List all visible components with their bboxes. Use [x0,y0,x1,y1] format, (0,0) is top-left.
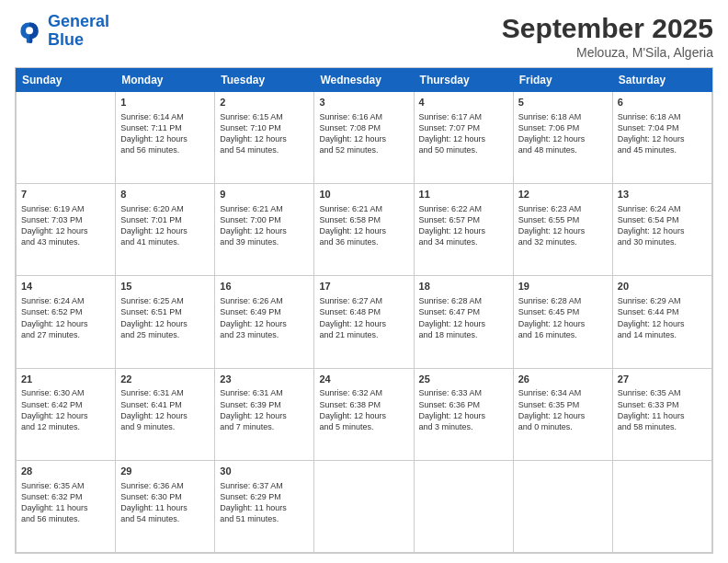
header: General Blue September 2025 Melouza, M'S… [15,13,713,60]
day-number: 18 [419,280,508,293]
day-info: Sunrise: 6:15 AM Sunset: 7:10 PM Dayligh… [220,111,309,156]
cell-week4-day7: 27Sunrise: 6:35 AM Sunset: 6:33 PM Dayli… [612,368,711,460]
day-number: 21 [21,373,110,386]
month-title: September 2025 [502,13,713,43]
th-wednesday: Wednesday [314,69,414,92]
cell-week1-day4: 3Sunrise: 6:16 AM Sunset: 7:08 PM Daylig… [314,92,414,184]
day-info: Sunrise: 6:25 AM Sunset: 6:51 PM Dayligh… [120,295,210,340]
cell-week2-day4: 10Sunrise: 6:21 AM Sunset: 6:58 PM Dayli… [314,184,414,276]
day-info: Sunrise: 6:35 AM Sunset: 6:32 PM Dayligh… [21,480,110,525]
day-info: Sunrise: 6:20 AM Sunset: 7:01 PM Dayligh… [120,203,210,248]
day-info: Sunrise: 6:27 AM Sunset: 6:48 PM Dayligh… [319,295,408,340]
day-number: 17 [319,280,408,293]
day-number: 7 [21,188,110,201]
cell-week2-day6: 12Sunrise: 6:23 AM Sunset: 6:55 PM Dayli… [513,184,612,276]
cell-week2-day3: 9Sunrise: 6:21 AM Sunset: 7:00 PM Daylig… [215,184,314,276]
day-number: 15 [120,280,210,293]
day-info: Sunrise: 6:34 AM Sunset: 6:35 PM Dayligh… [518,387,608,432]
day-info: Sunrise: 6:24 AM Sunset: 6:54 PM Dayligh… [618,203,707,248]
day-info: Sunrise: 6:30 AM Sunset: 6:42 PM Dayligh… [21,387,110,432]
cell-week3-day5: 18Sunrise: 6:28 AM Sunset: 6:47 PM Dayli… [414,276,513,368]
day-info: Sunrise: 6:23 AM Sunset: 6:55 PM Dayligh… [518,203,608,248]
week-row-3: 14Sunrise: 6:24 AM Sunset: 6:52 PM Dayli… [17,276,712,368]
day-number: 13 [618,188,707,201]
th-monday: Monday [116,69,215,92]
week-row-4: 21Sunrise: 6:30 AM Sunset: 6:42 PM Dayli… [17,368,712,460]
cell-week1-day2: 1Sunrise: 6:14 AM Sunset: 7:11 PM Daylig… [116,92,215,184]
location-subtitle: Melouza, M'Sila, Algeria [502,45,713,60]
day-number: 30 [220,465,309,478]
cell-week3-day6: 19Sunrise: 6:28 AM Sunset: 6:45 PM Dayli… [513,276,612,368]
day-info: Sunrise: 6:31 AM Sunset: 6:41 PM Dayligh… [120,387,210,432]
day-number: 23 [220,373,309,386]
th-friday: Friday [513,69,612,92]
cell-week2-day7: 13Sunrise: 6:24 AM Sunset: 6:54 PM Dayli… [612,184,711,276]
day-info: Sunrise: 6:28 AM Sunset: 6:45 PM Dayligh… [518,295,608,340]
cell-week4-day6: 26Sunrise: 6:34 AM Sunset: 6:35 PM Dayli… [513,368,612,460]
th-sunday: Sunday [17,69,116,92]
day-number: 16 [220,280,309,293]
day-number: 28 [21,465,110,478]
day-number: 26 [518,373,608,386]
day-info: Sunrise: 6:26 AM Sunset: 6:49 PM Dayligh… [220,295,309,340]
calendar: Sunday Monday Tuesday Wednesday Thursday… [15,67,713,554]
title-block: September 2025 Melouza, M'Sila, Algeria [502,13,713,60]
day-info: Sunrise: 6:21 AM Sunset: 6:58 PM Dayligh… [319,203,408,248]
cell-week5-day5 [414,460,513,552]
day-number: 22 [120,373,210,386]
cell-week4-day2: 22Sunrise: 6:31 AM Sunset: 6:41 PM Dayli… [116,368,215,460]
cell-week5-day7 [612,460,711,552]
day-info: Sunrise: 6:36 AM Sunset: 6:30 PM Dayligh… [120,480,210,525]
cell-week1-day7: 6Sunrise: 6:18 AM Sunset: 7:04 PM Daylig… [612,92,711,184]
day-number: 10 [319,188,408,201]
logo-text: General Blue [48,13,109,50]
cell-week4-day3: 23Sunrise: 6:31 AM Sunset: 6:39 PM Dayli… [215,368,314,460]
day-number: 9 [220,188,309,201]
day-number: 29 [120,465,210,478]
cell-week5-day6 [513,460,612,552]
logo-icon [15,17,44,46]
cell-week1-day6: 5Sunrise: 6:18 AM Sunset: 7:06 PM Daylig… [513,92,612,184]
day-info: Sunrise: 6:37 AM Sunset: 6:29 PM Dayligh… [220,480,309,525]
logo: General Blue [15,13,109,50]
week-row-5: 28Sunrise: 6:35 AM Sunset: 6:32 PM Dayli… [17,460,712,552]
week-row-2: 7Sunrise: 6:19 AM Sunset: 7:03 PM Daylig… [17,184,712,276]
cell-week1-day3: 2Sunrise: 6:15 AM Sunset: 7:10 PM Daylig… [215,92,314,184]
cell-week4-day1: 21Sunrise: 6:30 AM Sunset: 6:42 PM Dayli… [17,368,116,460]
cell-week4-day4: 24Sunrise: 6:32 AM Sunset: 6:38 PM Dayli… [314,368,414,460]
day-number: 6 [618,96,707,109]
th-tuesday: Tuesday [215,69,314,92]
cell-week2-day1: 7Sunrise: 6:19 AM Sunset: 7:03 PM Daylig… [17,184,116,276]
day-number: 25 [419,373,508,386]
week-row-1: 1Sunrise: 6:14 AM Sunset: 7:11 PM Daylig… [17,92,712,184]
day-info: Sunrise: 6:19 AM Sunset: 7:03 PM Dayligh… [21,203,110,248]
day-info: Sunrise: 6:35 AM Sunset: 6:33 PM Dayligh… [618,387,707,432]
day-number: 24 [319,373,408,386]
day-info: Sunrise: 6:33 AM Sunset: 6:36 PM Dayligh… [419,387,508,432]
day-info: Sunrise: 6:16 AM Sunset: 7:08 PM Dayligh… [319,111,408,156]
svg-point-0 [26,27,33,34]
day-info: Sunrise: 6:17 AM Sunset: 7:07 PM Dayligh… [419,111,508,156]
day-info: Sunrise: 6:28 AM Sunset: 6:47 PM Dayligh… [419,295,508,340]
day-number: 4 [419,96,508,109]
cell-week1-day1 [17,92,116,184]
day-number: 2 [220,96,309,109]
day-info: Sunrise: 6:14 AM Sunset: 7:11 PM Dayligh… [120,111,210,156]
cell-week4-day5: 25Sunrise: 6:33 AM Sunset: 6:36 PM Dayli… [414,368,513,460]
day-number: 27 [618,373,707,386]
cell-week3-day3: 16Sunrise: 6:26 AM Sunset: 6:49 PM Dayli… [215,276,314,368]
cell-week3-day7: 20Sunrise: 6:29 AM Sunset: 6:44 PM Dayli… [612,276,711,368]
day-number: 8 [120,188,210,201]
cell-week2-day5: 11Sunrise: 6:22 AM Sunset: 6:57 PM Dayli… [414,184,513,276]
logo-general: General [48,12,109,30]
cell-week5-day1: 28Sunrise: 6:35 AM Sunset: 6:32 PM Dayli… [17,460,116,552]
day-info: Sunrise: 6:18 AM Sunset: 7:04 PM Dayligh… [618,111,707,156]
cell-week5-day2: 29Sunrise: 6:36 AM Sunset: 6:30 PM Dayli… [116,460,215,552]
page: General Blue September 2025 Melouza, M'S… [0,0,728,563]
day-number: 20 [618,280,707,293]
day-number: 14 [21,280,110,293]
cell-week5-day3: 30Sunrise: 6:37 AM Sunset: 6:29 PM Dayli… [215,460,314,552]
logo-blue: Blue [48,30,84,49]
day-info: Sunrise: 6:21 AM Sunset: 7:00 PM Dayligh… [220,203,309,248]
th-saturday: Saturday [612,69,711,92]
